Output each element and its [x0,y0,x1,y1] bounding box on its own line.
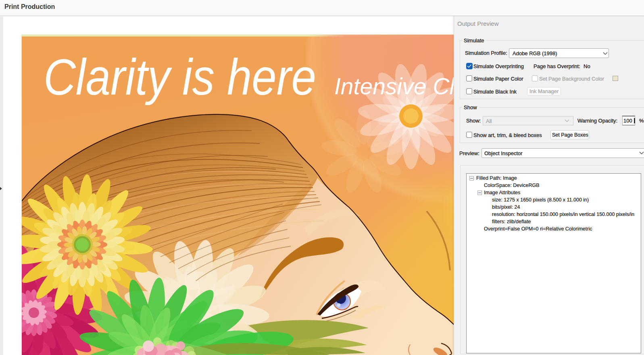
svg-text:Clarity is here: Clarity is here [44,49,316,106]
svg-text:Intensive Cla: Intensive Cla [334,73,454,99]
